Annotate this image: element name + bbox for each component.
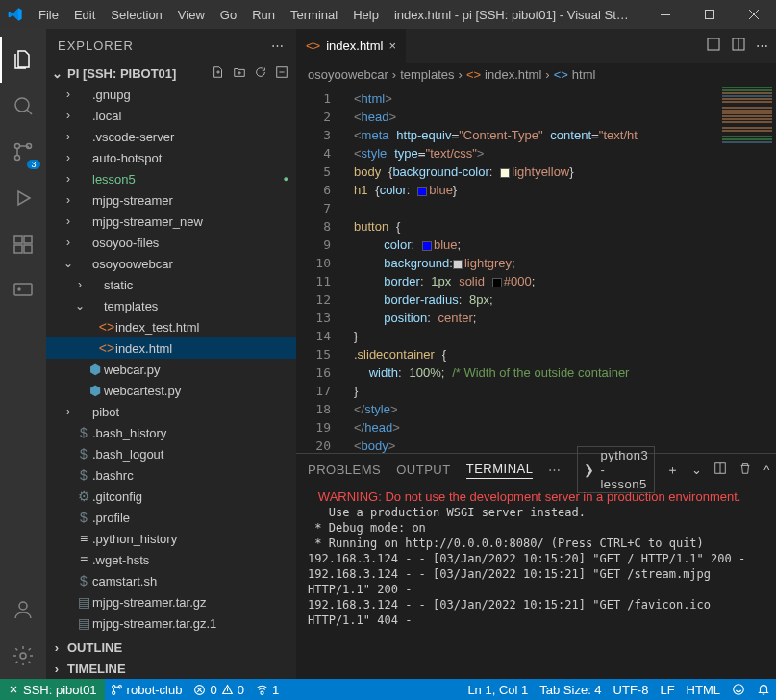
panel-tabs: PROBLEMS OUTPUT TERMINAL ⋯ ❯ python3 - l… xyxy=(296,454,776,486)
folder-item[interactable]: ›.vscode-server xyxy=(46,126,296,147)
window-controls xyxy=(643,0,776,29)
maximize-panel-icon[interactable]: ^ xyxy=(763,462,770,477)
svg-point-3 xyxy=(15,144,20,149)
status-indent[interactable]: Tab Size: 4 xyxy=(534,679,607,700)
sidebar: EXPLORER ⋯ ⌄ PI [SSH: PIBOT01] ›.gnupg›.… xyxy=(46,29,296,679)
root-label: PI [SSH: PIBOT01] xyxy=(67,66,208,81)
file-item[interactable]: $camstart.sh xyxy=(46,570,296,591)
tab-output[interactable]: OUTPUT xyxy=(396,462,450,477)
split-editor-right-icon[interactable] xyxy=(731,37,746,55)
crumb-item[interactable]: templates xyxy=(400,67,454,82)
folder-item[interactable]: ›auto-hotspot xyxy=(46,147,296,168)
folder-item[interactable]: ›lesson5 ● xyxy=(46,168,296,189)
menu-file[interactable]: File xyxy=(31,8,66,22)
status-language[interactable]: HTML xyxy=(681,679,726,700)
editor-more-icon[interactable]: ⋯ xyxy=(756,38,768,53)
activity-run-debug[interactable] xyxy=(0,175,46,221)
crumb-item[interactable]: index.html xyxy=(485,67,541,82)
menu-selection[interactable]: Selection xyxy=(103,8,169,22)
file-item[interactable]: $.bashrc xyxy=(46,464,296,486)
folder-item[interactable]: ›pibot xyxy=(46,401,296,422)
activity-account[interactable] xyxy=(0,587,46,633)
activity-settings[interactable] xyxy=(0,633,46,679)
file-item[interactable]: ⬢webcartest.py xyxy=(46,380,296,401)
split-terminal-icon[interactable] xyxy=(713,462,727,478)
minimap[interactable] xyxy=(718,86,776,453)
folder-item[interactable]: ›.local xyxy=(46,105,296,126)
status-bell-icon[interactable] xyxy=(751,679,776,700)
svg-point-12 xyxy=(19,602,27,610)
folder-item[interactable]: ⌄templates xyxy=(46,295,296,316)
new-folder-icon[interactable] xyxy=(233,65,246,82)
svg-rect-1 xyxy=(706,11,714,19)
file-item[interactable]: <>index.html xyxy=(46,338,296,359)
file-item[interactable]: ▤mjpg-streamer.tar.gz.1 xyxy=(46,612,296,634)
new-terminal-icon[interactable]: ＋ xyxy=(666,462,680,479)
split-editor-icon[interactable] xyxy=(706,37,721,55)
terminal-output[interactable]: WARNING: Do not use the development serv… xyxy=(296,486,776,679)
activity-remote[interactable] xyxy=(0,267,46,313)
file-item[interactable]: ▤mjpg-streamer.tar.gz xyxy=(46,591,296,612)
new-file-icon[interactable] xyxy=(212,65,225,82)
file-item[interactable]: ≡.python_history xyxy=(46,528,296,549)
activity-source-control[interactable]: 3 xyxy=(0,129,46,175)
chevron-right-icon: › xyxy=(50,662,63,676)
panel-more-icon[interactable]: ⋯ xyxy=(548,462,562,477)
menu-help[interactable]: Help xyxy=(345,8,387,22)
terminal-dropdown-icon[interactable]: ⌄ xyxy=(691,462,703,477)
svg-rect-9 xyxy=(24,236,32,243)
activity-search[interactable] xyxy=(0,83,46,129)
menu-edit[interactable]: Edit xyxy=(66,8,103,22)
status-bar: SSH: pibot01 robot-club 0 0 1 Ln 1, Col … xyxy=(0,679,776,700)
file-item[interactable]: ⚙.gitconfig xyxy=(46,486,296,507)
file-item[interactable]: $.bash_logout xyxy=(46,443,296,464)
svg-point-13 xyxy=(20,653,26,659)
menu-terminal[interactable]: Terminal xyxy=(283,8,345,22)
crumb-item[interactable]: osoyoowebcar xyxy=(308,67,388,82)
menu-run[interactable]: Run xyxy=(244,8,283,22)
file-item[interactable]: ⬢webcar.py xyxy=(46,359,296,380)
svg-rect-8 xyxy=(24,245,32,253)
status-branch[interactable]: robot-club xyxy=(105,679,188,700)
breadcrumb[interactable]: osoyoowebcar› templates› <>index.html› <… xyxy=(296,62,776,86)
minimize-button[interactable] xyxy=(643,0,688,29)
code-area[interactable]: <html> <head> <meta http-equiv="Content-… xyxy=(346,86,718,453)
status-feedback-icon[interactable] xyxy=(726,679,751,700)
sidebar-more-icon[interactable]: ⋯ xyxy=(271,38,285,53)
folder-item[interactable]: ›mjpg-streamer xyxy=(46,189,296,211)
activity-explorer[interactable] xyxy=(0,37,46,83)
collapse-icon[interactable] xyxy=(275,65,288,82)
outline-section[interactable]: › OUTLINE xyxy=(46,637,296,658)
folder-item[interactable]: ›.gnupg xyxy=(46,84,296,105)
file-tree[interactable]: ›.gnupg›.local›.vscode-server›auto-hotsp… xyxy=(46,84,296,637)
explorer-root-header[interactable]: ⌄ PI [SSH: PIBOT01] xyxy=(46,62,296,84)
file-item[interactable]: $.profile xyxy=(46,507,296,528)
status-problems[interactable]: 0 0 xyxy=(188,679,249,700)
folder-item[interactable]: ›static xyxy=(46,274,296,295)
file-item[interactable]: <>index_test.html xyxy=(46,316,296,338)
crumb-item[interactable]: html xyxy=(572,67,596,82)
tab-terminal[interactable]: TERMINAL xyxy=(466,462,534,479)
file-item[interactable]: ≡.wget-hsts xyxy=(46,549,296,570)
status-eol[interactable]: LF xyxy=(654,679,680,700)
folder-item[interactable]: ⌄osoyoowebcar xyxy=(46,253,296,274)
status-remote[interactable]: SSH: pibot01 xyxy=(0,679,105,700)
file-item[interactable]: $.bash_history xyxy=(46,422,296,443)
folder-item[interactable]: ›osoyoo-files xyxy=(46,232,296,253)
tab-close-icon[interactable]: × xyxy=(388,38,396,53)
menu-go[interactable]: Go xyxy=(213,8,244,22)
status-encoding[interactable]: UTF-8 xyxy=(608,679,655,700)
svg-point-24 xyxy=(261,691,263,694)
status-ports[interactable]: 1 xyxy=(250,679,285,700)
refresh-icon[interactable] xyxy=(254,65,267,82)
menu-view[interactable]: View xyxy=(170,8,213,22)
tab-problems[interactable]: PROBLEMS xyxy=(308,462,381,477)
maximize-button[interactable] xyxy=(688,0,732,29)
folder-item[interactable]: ›mjpg-streamer_new xyxy=(46,211,296,232)
activity-extensions[interactable] xyxy=(0,221,46,267)
tab-index-html[interactable]: <> index.html × xyxy=(296,29,407,62)
close-button[interactable] xyxy=(732,0,776,29)
kill-terminal-icon[interactable] xyxy=(738,462,752,478)
timeline-section[interactable]: › TIMELINE xyxy=(46,658,296,679)
status-cursor[interactable]: Ln 1, Col 1 xyxy=(462,679,534,700)
